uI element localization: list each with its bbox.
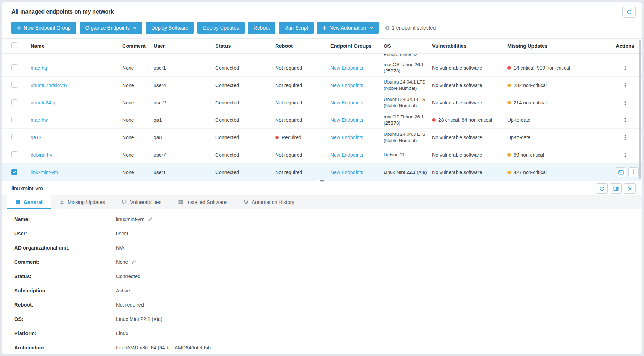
row-checkbox[interactable] — [12, 169, 17, 175]
tab-automation-history[interactable]: Automation History — [235, 195, 303, 209]
toolbar: New Endpoint Group Organize Endpoints De… — [2, 22, 642, 38]
endpoints-app: All managed endpoints on my network New … — [2, 2, 642, 354]
endpoint-name-link[interactable]: linuxmint-vm — [31, 169, 58, 175]
select-all-checkbox[interactable] — [12, 42, 17, 48]
endpoint-group-link[interactable]: New Endpoints — [330, 100, 363, 105]
table-row[interactable]: ubuntu24-q None user2 Connected Not requ… — [2, 94, 642, 111]
organize-endpoints-button[interactable]: Organize Endpoints — [80, 22, 142, 34]
table-row[interactable]: mac-hq None user1 Connected Not required… — [2, 59, 642, 77]
vulnerabilities-cell: No vulnerable software — [432, 65, 507, 71]
edit-pencil-icon[interactable] — [147, 217, 152, 222]
detail-field-row: Architecture: Intel/AMD x86_64 (64-bit, … — [2, 340, 642, 354]
status-cell: Connected — [215, 117, 275, 123]
deploy-updates-button[interactable]: Deploy Updates — [197, 22, 244, 34]
reboot-cell: Not required — [275, 117, 330, 123]
reboot-button[interactable]: Reboot — [248, 22, 276, 34]
table-row[interactable]: linuxmint-vm None user1 Connected Not re… — [2, 164, 642, 181]
column-header-comment[interactable]: Comment — [122, 43, 154, 49]
row-checkbox[interactable] — [12, 99, 17, 105]
reboot-cell: Not required — [275, 100, 330, 105]
column-header-missing-updates[interactable]: Missing Updates — [507, 43, 616, 49]
detail-expand-panel-button[interactable] — [610, 183, 622, 194]
row-checkbox[interactable] — [12, 117, 17, 122]
endpoint-name-link[interactable]: mac-hq — [31, 65, 47, 71]
detail-field-row: Reboot: Not required — [2, 298, 642, 312]
column-header-status[interactable]: Status — [215, 43, 275, 49]
row-menu-button[interactable] — [628, 167, 639, 177]
deploy-software-button[interactable]: Deploy Software — [146, 22, 194, 34]
endpoint-group-link[interactable]: New Endpoints — [330, 82, 363, 88]
comment-cell: None — [122, 152, 154, 158]
close-icon — [628, 187, 632, 191]
endpoint-name-link[interactable]: qa13 — [31, 135, 41, 140]
row-menu-button[interactable] — [620, 133, 630, 142]
user-cell: qa8 — [154, 135, 215, 140]
table-header-row: Name Comment User Status Reboot Endpoint… — [2, 38, 642, 54]
table-row[interactable]: debian-hv None user7 Connected Not requi… — [2, 146, 642, 164]
row-menu-button[interactable] — [620, 80, 630, 90]
endpoint-group-link[interactable]: New Endpoints — [330, 135, 363, 140]
endpoint-name-link[interactable]: debian-hv — [31, 152, 52, 158]
endpoint-group-link[interactable]: New Endpoints — [330, 152, 363, 158]
kebab-icon — [622, 65, 628, 71]
tab-missing-updates[interactable]: Missing Updates — [51, 195, 113, 209]
column-header-reboot[interactable]: Reboot — [275, 43, 330, 49]
comment-cell: None — [122, 117, 154, 123]
tab-installed-software[interactable]: Installed Software — [170, 195, 235, 209]
edit-pencil-icon[interactable] — [131, 260, 136, 264]
reboot-cell: Required — [275, 135, 330, 140]
updates-severity-dot — [507, 84, 511, 87]
column-header-name[interactable]: Name — [31, 43, 122, 49]
refresh-button[interactable] — [622, 6, 636, 18]
new-endpoint-group-button[interactable]: New Endpoint Group — [12, 22, 76, 34]
row-checkbox[interactable] — [12, 134, 17, 140]
row-menu-button[interactable] — [620, 98, 630, 108]
chevron-down-icon — [133, 27, 137, 29]
table-body: mac-hq None user1 Connected Not required… — [2, 59, 642, 181]
table-row[interactable]: qa13 None qa8 Connected Required New End… — [2, 129, 642, 146]
endpoint-name-link[interactable]: mac-hw — [31, 117, 48, 123]
endpoint-name-link[interactable]: ubuntu24dsk-vm — [31, 82, 67, 88]
info-circle-icon — [15, 199, 21, 205]
tab-vulnerabilities[interactable]: Vulnerabilities — [113, 195, 170, 209]
table-row[interactable]: ubuntu24dsk-vm None user4 Connected Not … — [2, 77, 642, 94]
vulnerabilities-cell: No vulnerable software — [432, 82, 507, 88]
table-row[interactable]: mac-hw None qa1 Connected Not required N… — [2, 111, 642, 129]
clear-selection-icon[interactable] — [385, 26, 390, 30]
endpoint-detail-panel: linuxmint-vm General Missing Updates Vul… — [2, 181, 642, 354]
endpoint-group-link[interactable]: New Endpoints — [330, 117, 363, 123]
panel-resize-handle[interactable] — [317, 180, 327, 182]
actions-cell — [616, 98, 638, 108]
row-menu-button[interactable] — [620, 115, 630, 125]
detail-close-button[interactable] — [624, 183, 636, 194]
row-checkbox[interactable] — [12, 82, 17, 88]
endpoint-group-link[interactable]: New Endpoints — [330, 169, 363, 175]
row-checkbox[interactable] — [12, 64, 17, 70]
row-menu-button[interactable] — [620, 63, 630, 73]
download-icon — [59, 199, 64, 205]
actions-cell — [616, 63, 638, 73]
reboot-required-dot — [275, 136, 279, 139]
column-header-endpoint-groups[interactable]: Endpoint Groups — [330, 43, 384, 49]
column-header-user[interactable]: User — [154, 43, 215, 49]
row-checkbox[interactable] — [12, 151, 17, 157]
os-cell: Linux Mint 22.1 (Xia) — [384, 169, 432, 175]
refresh-icon — [627, 9, 632, 15]
table-scrollbar[interactable] — [639, 40, 641, 179]
detail-field-row: Subscription: Active — [2, 283, 642, 298]
user-cell: user1 — [154, 169, 215, 175]
endpoint-name-link[interactable]: ubuntu24-q — [31, 100, 55, 105]
endpoint-group-link[interactable]: New Endpoints — [330, 65, 363, 71]
column-header-os[interactable]: OS — [384, 43, 432, 49]
detail-refresh-button[interactable] — [596, 183, 608, 194]
column-header-vulnerabilities[interactable]: Vulnerabilities — [432, 43, 507, 49]
os-cell: macOS Tahoe 26.1 (25B78) — [384, 62, 432, 74]
reboot-cell: Not required — [275, 152, 330, 158]
new-automation-button[interactable]: New Automation — [317, 22, 379, 34]
remote-session-button[interactable] — [616, 167, 626, 177]
vulnerabilities-cell: 28 critical, 84 non-critical — [432, 117, 507, 123]
detail-panel-actions — [596, 183, 636, 194]
row-menu-button[interactable] — [620, 150, 630, 160]
tab-general[interactable]: General — [7, 195, 51, 209]
run-script-button[interactable]: Run Script — [279, 22, 314, 34]
